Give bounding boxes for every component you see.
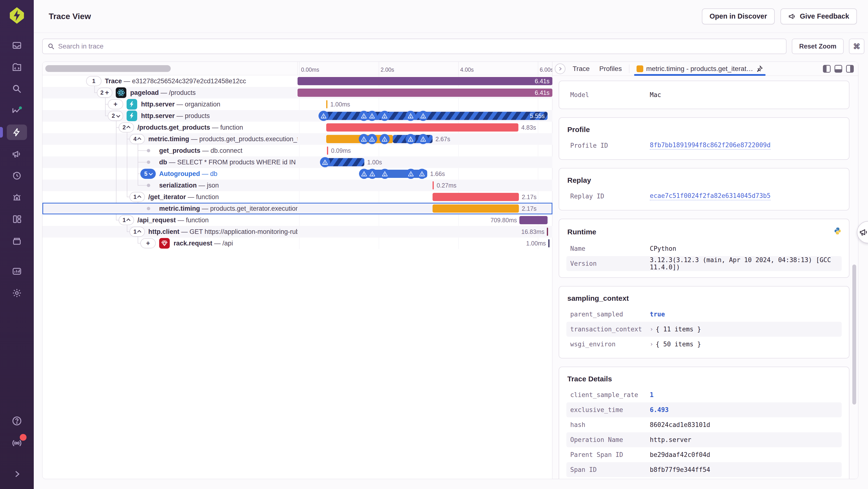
span-toggle-pill[interactable]: 2	[119, 122, 134, 133]
dock-left-icon[interactable]	[823, 65, 831, 73]
span-toggle-pill[interactable]: 2	[108, 111, 123, 121]
reset-zoom-button[interactable]: Reset Zoom	[792, 39, 844, 54]
span-duration-bar[interactable]	[298, 89, 552, 97]
performance-issue-icon[interactable]	[367, 169, 377, 179]
sidebar	[0, 0, 34, 489]
performance-issue-icon[interactable]	[379, 111, 390, 121]
floating-feedback-button[interactable]	[857, 221, 868, 243]
span-duration-bar[interactable]	[433, 204, 519, 213]
performance-issue-icon[interactable]	[318, 111, 329, 121]
dock-bottom-icon[interactable]	[835, 65, 842, 73]
performance-issue-icon[interactable]	[379, 134, 390, 144]
search-input[interactable]	[58, 42, 781, 50]
sidebar-item-dashboards[interactable]	[7, 211, 27, 227]
span-toggle-pill[interactable]: 5	[140, 169, 156, 179]
span-toggle-pill[interactable]: 1	[86, 76, 101, 86]
span-row[interactable]: 2http.server — products5.55s	[42, 110, 552, 122]
sidebar-item-insights[interactable]	[7, 103, 27, 118]
performance-issue-icon[interactable]	[320, 157, 330, 167]
span-duration-bar[interactable]	[519, 216, 548, 224]
span-row[interactable]: +rack.request — /api1.00ms	[42, 237, 552, 249]
span-row[interactable]: 1/get_iterator — function2.17s	[42, 191, 552, 203]
sidebar-collapse-toggle[interactable]	[7, 466, 27, 482]
span-duration-bar[interactable]	[547, 228, 548, 236]
performance-issue-icon[interactable]	[406, 111, 416, 121]
tab-span-active[interactable]: metric.timing - products.get_iterat…	[633, 62, 767, 76]
kv-value-link[interactable]: ecae7c51f0024f2fa82e6314045d73b5	[650, 192, 771, 200]
span-row[interactable]: 2/products.get_products — function4.83s	[42, 122, 552, 133]
span-duration-bar[interactable]	[433, 193, 519, 201]
performance-issue-icon[interactable]	[417, 169, 427, 179]
give-feedback-button[interactable]: Give Feedback	[780, 8, 857, 24]
span-lane: 4.83s	[298, 122, 552, 133]
span-row[interactable]: db — SELECT * FROM products WHERE id IN …	[42, 156, 552, 168]
vertical-scrollbar-thumb[interactable]	[852, 264, 856, 405]
performance-issue-icon[interactable]	[406, 134, 416, 144]
pin-icon[interactable]	[756, 65, 763, 73]
performance-issue-icon[interactable]	[367, 111, 377, 121]
span-lane: 2.17s	[298, 203, 552, 214]
sidebar-item-settings[interactable]	[7, 285, 27, 301]
horizontal-scrollbar-thumb[interactable]	[45, 65, 171, 72]
span-duration-bar[interactable]	[327, 146, 328, 155]
sidebar-item-projects[interactable]	[7, 59, 27, 75]
performance-issue-icon[interactable]	[367, 134, 377, 144]
sidebar-item-alerts-feedback[interactable]	[7, 146, 27, 162]
span-toggle-pill[interactable]: +	[108, 99, 123, 109]
span-row[interactable]: 4metric.timing — products.get_products.e…	[42, 133, 552, 145]
kv-key: Model	[570, 91, 650, 98]
kv-value[interactable]: ›{ 50 items }	[650, 341, 838, 348]
sidebar-item-releases[interactable]	[7, 233, 27, 249]
span-row[interactable]: serialization — json0.27ms	[42, 179, 552, 191]
span-duration-bar[interactable]	[298, 77, 552, 85]
span-duration-bar[interactable]	[323, 112, 548, 120]
panel-collapse-button[interactable]	[555, 63, 565, 74]
open-in-discover-button[interactable]: Open in Discover	[702, 8, 775, 24]
sidebar-item-performance-active[interactable]	[7, 124, 27, 140]
span-duration-bar[interactable]	[548, 239, 550, 248]
shortcut-cmd-button[interactable]: ⌘	[849, 39, 864, 54]
performance-issue-icon[interactable]	[406, 169, 416, 179]
sidebar-item-stats[interactable]	[7, 264, 27, 279]
sidebar-item-whats-new[interactable]	[7, 435, 27, 451]
sidebar-item-explore[interactable]	[7, 81, 27, 96]
span-duration-bar[interactable]	[326, 123, 518, 132]
span-row[interactable]: 1/api_request — function709.80ms	[42, 214, 552, 226]
span-toggle-pill[interactable]: 1	[119, 215, 134, 225]
expand-chevron-icon[interactable]: ›	[650, 326, 653, 333]
tick-label: 2.00s	[381, 67, 394, 73]
span-toggle-pill[interactable]: 2+	[97, 88, 112, 98]
span-row[interactable]: 2+pageload — /products6.41s	[42, 87, 552, 98]
sidebar-item-help[interactable]	[7, 413, 27, 429]
sidebar-item-crons-alerts[interactable]	[7, 190, 27, 205]
span-row[interactable]: 5Autogrouped — db1.66s	[42, 168, 552, 179]
detail-card-replay: ReplayReplay IDecae7c51f0024f2fa82e63140…	[559, 168, 849, 210]
kv-value[interactable]: ›{ 11 items }	[650, 325, 838, 333]
span-toggle-pill[interactable]: 4	[129, 134, 145, 144]
tab-trace[interactable]: Trace	[569, 62, 594, 76]
span-row-selected[interactable]: metric.timing — products.get_iterator.ex…	[42, 203, 552, 214]
performance-issue-icon[interactable]	[380, 169, 390, 179]
span-duration-bar[interactable]	[433, 181, 434, 190]
sidebar-item-replays[interactable]	[7, 168, 27, 183]
search-box[interactable]	[42, 39, 786, 54]
span-row[interactable]: get_products — db.connect0.09ms	[42, 145, 552, 156]
dock-right-icon[interactable]	[846, 65, 854, 73]
span-row[interactable]: 1Trace — e31278c256524c3297e2cd12458e12c…	[42, 75, 552, 87]
sidebar-item-issues[interactable]	[7, 38, 27, 53]
sentry-logo[interactable]	[6, 4, 28, 27]
span-row[interactable]: 1http.client — GET https://application-m…	[42, 226, 552, 237]
span-duration-bar[interactable]	[326, 100, 328, 108]
performance-issue-icon[interactable]	[418, 134, 428, 144]
active-indicator	[0, 127, 3, 138]
span-meta: 1/api_request — function	[42, 214, 298, 226]
kv-value-link[interactable]: 8fb7bb1891994f8c862f206e8722009d	[650, 141, 771, 150]
span-duration-bar[interactable]	[324, 158, 364, 166]
expand-chevron-icon[interactable]: ›	[650, 341, 653, 348]
performance-issue-icon[interactable]	[418, 111, 428, 121]
span-toggle-pill[interactable]: +	[140, 238, 156, 248]
span-row[interactable]: +http.server — organization1.00ms	[42, 98, 552, 110]
tab-profiles[interactable]: Profiles	[595, 62, 626, 76]
span-toggle-pill[interactable]: 1	[129, 227, 145, 237]
span-toggle-pill[interactable]: 1	[129, 192, 145, 202]
